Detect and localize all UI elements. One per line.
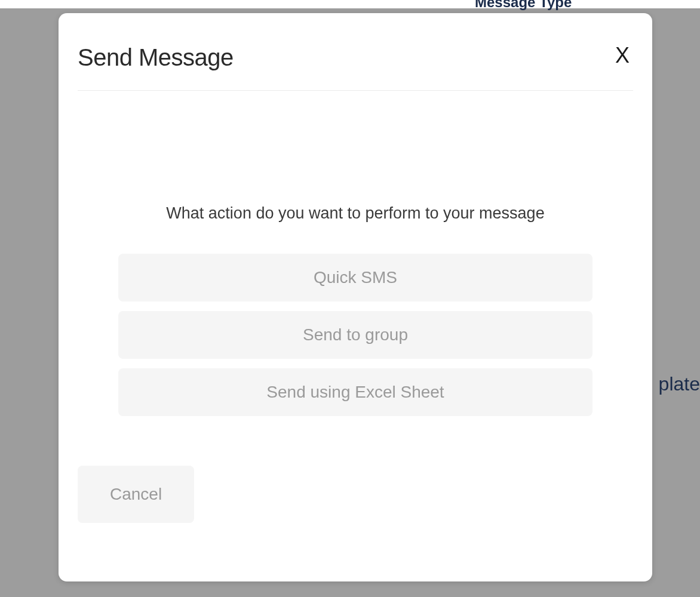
modal-prompt-text: What action do you want to perform to yo… [78, 204, 633, 223]
cancel-button[interactable]: Cancel [78, 466, 194, 523]
background-template-text: plate [659, 373, 700, 395]
send-message-modal: Send Message X What action do you want t… [59, 13, 652, 581]
modal-body: What action do you want to perform to yo… [78, 91, 633, 416]
modal-header: Send Message X [78, 13, 633, 91]
option-button-group: Quick SMS Send to group Send using Excel… [78, 254, 633, 416]
modal-title: Send Message [78, 44, 234, 71]
modal-footer: Cancel [78, 466, 194, 523]
close-icon: X [615, 43, 630, 67]
quick-sms-button[interactable]: Quick SMS [118, 254, 592, 301]
background-header-strip [0, 0, 700, 8]
send-using-excel-button[interactable]: Send using Excel Sheet [118, 368, 592, 416]
background-message-type-label: Message Type [475, 0, 572, 11]
close-button[interactable]: X [615, 45, 633, 71]
send-to-group-button[interactable]: Send to group [118, 311, 592, 359]
